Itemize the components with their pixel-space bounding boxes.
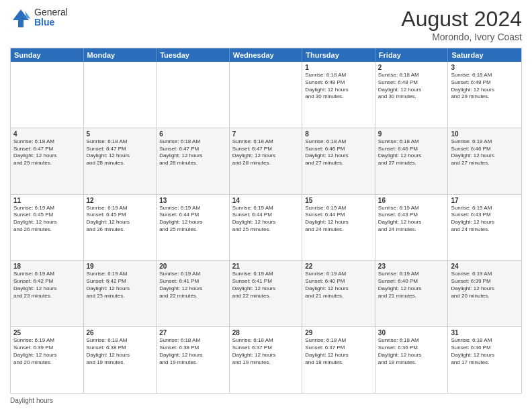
title-block: August 2024 Morondo, Ivory Coast <box>401 7 522 42</box>
calendar-row: 1Sunrise: 6:18 AM Sunset: 6:48 PM Daylig… <box>11 62 521 128</box>
calendar-row: 25Sunrise: 6:19 AM Sunset: 6:39 PM Dayli… <box>11 327 521 393</box>
calendar-header: SundayMondayTuesdayWednesdayThursdayFrid… <box>11 48 521 62</box>
cell-daylight-info: Sunrise: 6:18 AM Sunset: 6:37 PM Dayligh… <box>232 337 300 366</box>
cell-daylight-info: Sunrise: 6:18 AM Sunset: 6:36 PM Dayligh… <box>451 337 519 366</box>
cell-daylight-info: Sunrise: 6:18 AM Sunset: 6:48 PM Dayligh… <box>451 72 519 101</box>
cell-daylight-info: Sunrise: 6:19 AM Sunset: 6:44 PM Dayligh… <box>305 205 372 234</box>
cell-daylight-info: Sunrise: 6:19 AM Sunset: 6:39 PM Dayligh… <box>13 337 81 366</box>
calendar-cell <box>11 62 84 128</box>
day-number: 7 <box>232 130 300 138</box>
cell-daylight-info: Sunrise: 6:18 AM Sunset: 6:38 PM Dayligh… <box>159 337 226 366</box>
calendar-cell: 15Sunrise: 6:19 AM Sunset: 6:44 PM Dayli… <box>302 195 375 261</box>
header: General Blue August 2024 Morondo, Ivory … <box>10 7 522 42</box>
cell-daylight-info: Sunrise: 6:18 AM Sunset: 6:48 PM Dayligh… <box>305 72 372 101</box>
logo: General Blue <box>10 7 68 28</box>
day-number: 9 <box>378 130 445 138</box>
calendar: SundayMondayTuesdayWednesdayThursdayFrid… <box>10 48 522 394</box>
calendar-cell: 23Sunrise: 6:19 AM Sunset: 6:40 PM Dayli… <box>375 261 449 326</box>
calendar-cell: 28Sunrise: 6:18 AM Sunset: 6:37 PM Dayli… <box>230 327 303 393</box>
day-number: 30 <box>378 329 445 336</box>
day-number: 31 <box>451 329 519 336</box>
day-number: 8 <box>305 130 372 138</box>
calendar-cell: 9Sunrise: 6:18 AM Sunset: 6:46 PM Daylig… <box>375 128 449 194</box>
calendar-cell: 30Sunrise: 6:18 AM Sunset: 6:36 PM Dayli… <box>375 327 449 393</box>
calendar-cell: 24Sunrise: 6:19 AM Sunset: 6:39 PM Dayli… <box>448 261 521 326</box>
cell-daylight-info: Sunrise: 6:18 AM Sunset: 6:47 PM Dayligh… <box>159 138 226 167</box>
day-number: 28 <box>232 329 300 336</box>
calendar-header-cell: Monday <box>84 48 157 62</box>
calendar-header-cell: Wednesday <box>230 48 303 62</box>
day-number: 20 <box>159 263 226 270</box>
cell-daylight-info: Sunrise: 6:19 AM Sunset: 6:41 PM Dayligh… <box>232 271 300 300</box>
day-number: 12 <box>87 197 154 204</box>
day-number: 11 <box>13 197 81 204</box>
calendar-cell: 1Sunrise: 6:18 AM Sunset: 6:48 PM Daylig… <box>302 62 375 128</box>
cell-daylight-info: Sunrise: 6:18 AM Sunset: 6:37 PM Dayligh… <box>305 337 372 366</box>
cell-daylight-info: Sunrise: 6:19 AM Sunset: 6:44 PM Dayligh… <box>232 205 300 234</box>
calendar-header-cell: Thursday <box>302 48 375 62</box>
day-number: 23 <box>378 263 445 270</box>
day-number: 22 <box>305 263 372 270</box>
cell-daylight-info: Sunrise: 6:19 AM Sunset: 6:43 PM Dayligh… <box>451 205 519 234</box>
calendar-cell: 13Sunrise: 6:19 AM Sunset: 6:44 PM Dayli… <box>157 195 230 261</box>
day-number: 27 <box>159 329 226 336</box>
calendar-cell: 7Sunrise: 6:18 AM Sunset: 6:47 PM Daylig… <box>230 128 303 194</box>
cell-daylight-info: Sunrise: 6:19 AM Sunset: 6:41 PM Dayligh… <box>159 271 226 300</box>
calendar-body: 1Sunrise: 6:18 AM Sunset: 6:48 PM Daylig… <box>11 62 521 393</box>
calendar-cell: 12Sunrise: 6:19 AM Sunset: 6:45 PM Dayli… <box>84 195 157 261</box>
calendar-cell: 17Sunrise: 6:19 AM Sunset: 6:43 PM Dayli… <box>448 195 521 261</box>
cell-daylight-info: Sunrise: 6:19 AM Sunset: 6:42 PM Dayligh… <box>13 271 81 300</box>
day-number: 1 <box>305 64 372 71</box>
logo-icon <box>10 7 32 28</box>
calendar-cell: 31Sunrise: 6:18 AM Sunset: 6:36 PM Dayli… <box>448 327 521 393</box>
cell-daylight-info: Sunrise: 6:18 AM Sunset: 6:46 PM Dayligh… <box>378 138 445 167</box>
logo-text: General Blue <box>34 7 68 28</box>
cell-daylight-info: Sunrise: 6:19 AM Sunset: 6:40 PM Dayligh… <box>305 271 372 300</box>
cell-daylight-info: Sunrise: 6:18 AM Sunset: 6:47 PM Dayligh… <box>87 138 154 167</box>
calendar-header-cell: Sunday <box>11 48 84 62</box>
calendar-cell: 5Sunrise: 6:18 AM Sunset: 6:47 PM Daylig… <box>84 128 157 194</box>
cell-daylight-info: Sunrise: 6:18 AM Sunset: 6:38 PM Dayligh… <box>87 337 154 366</box>
calendar-cell: 11Sunrise: 6:19 AM Sunset: 6:45 PM Dayli… <box>11 195 84 261</box>
calendar-cell: 21Sunrise: 6:19 AM Sunset: 6:41 PM Dayli… <box>230 261 303 326</box>
calendar-cell <box>230 62 303 128</box>
day-number: 13 <box>159 197 226 204</box>
day-number: 2 <box>378 64 445 71</box>
day-number: 18 <box>13 263 81 270</box>
calendar-header-cell: Saturday <box>448 48 521 62</box>
day-number: 6 <box>159 130 226 138</box>
day-number: 14 <box>232 197 300 204</box>
logo-blue-text: Blue <box>34 17 68 28</box>
cell-daylight-info: Sunrise: 6:18 AM Sunset: 6:47 PM Dayligh… <box>232 138 300 167</box>
cell-daylight-info: Sunrise: 6:18 AM Sunset: 6:48 PM Dayligh… <box>378 72 445 101</box>
cell-daylight-info: Sunrise: 6:18 AM Sunset: 6:47 PM Dayligh… <box>13 138 81 167</box>
calendar-cell: 3Sunrise: 6:18 AM Sunset: 6:48 PM Daylig… <box>448 62 521 128</box>
cell-daylight-info: Sunrise: 6:19 AM Sunset: 6:40 PM Dayligh… <box>378 271 445 300</box>
calendar-cell: 14Sunrise: 6:19 AM Sunset: 6:44 PM Dayli… <box>230 195 303 261</box>
cell-daylight-info: Sunrise: 6:19 AM Sunset: 6:39 PM Dayligh… <box>451 271 519 300</box>
cell-daylight-info: Sunrise: 6:19 AM Sunset: 6:43 PM Dayligh… <box>378 205 445 234</box>
cell-daylight-info: Sunrise: 6:19 AM Sunset: 6:42 PM Dayligh… <box>87 271 154 300</box>
calendar-header-cell: Friday <box>375 48 449 62</box>
calendar-cell <box>157 62 230 128</box>
calendar-header-cell: Tuesday <box>157 48 230 62</box>
calendar-cell: 2Sunrise: 6:18 AM Sunset: 6:48 PM Daylig… <box>375 62 449 128</box>
month-year: August 2024 <box>401 7 522 32</box>
calendar-cell: 29Sunrise: 6:18 AM Sunset: 6:37 PM Dayli… <box>302 327 375 393</box>
calendar-cell: 27Sunrise: 6:18 AM Sunset: 6:38 PM Dayli… <box>157 327 230 393</box>
logo-general-text: General <box>34 7 68 17</box>
day-number: 21 <box>232 263 300 270</box>
day-number: 26 <box>87 329 154 336</box>
day-number: 25 <box>13 329 81 336</box>
calendar-cell: 8Sunrise: 6:18 AM Sunset: 6:46 PM Daylig… <box>302 128 375 194</box>
cell-daylight-info: Sunrise: 6:19 AM Sunset: 6:45 PM Dayligh… <box>87 205 154 234</box>
day-number: 3 <box>451 64 519 71</box>
calendar-cell: 20Sunrise: 6:19 AM Sunset: 6:41 PM Dayli… <box>157 261 230 326</box>
page: General Blue August 2024 Morondo, Ivory … <box>0 0 532 411</box>
calendar-cell: 25Sunrise: 6:19 AM Sunset: 6:39 PM Dayli… <box>11 327 84 393</box>
calendar-cell: 22Sunrise: 6:19 AM Sunset: 6:40 PM Dayli… <box>302 261 375 326</box>
cell-daylight-info: Sunrise: 6:18 AM Sunset: 6:36 PM Dayligh… <box>378 337 445 366</box>
calendar-cell: 6Sunrise: 6:18 AM Sunset: 6:47 PM Daylig… <box>157 128 230 194</box>
calendar-cell <box>84 62 157 128</box>
location: Morondo, Ivory Coast <box>401 32 522 42</box>
